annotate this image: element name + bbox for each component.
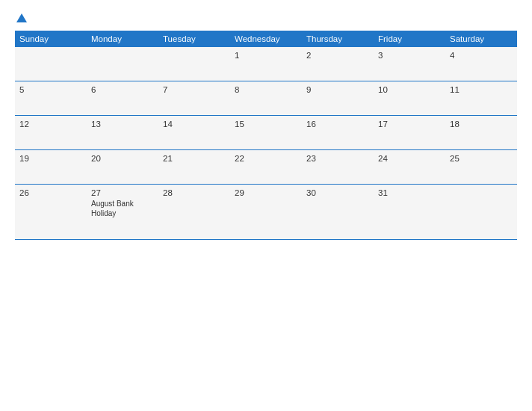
- day-number: 10: [378, 85, 441, 94]
- calendar-cell: 30: [302, 185, 374, 240]
- calendar-cell: 8: [230, 81, 302, 116]
- logo: [15, 13, 27, 23]
- calendar-cell: 22: [230, 150, 302, 185]
- day-number: 31: [378, 188, 441, 197]
- day-number: 27: [91, 188, 154, 197]
- day-number: 13: [91, 120, 154, 129]
- day-number: 29: [235, 188, 297, 197]
- weekday-header-tuesday: Tuesday: [158, 31, 230, 47]
- day-number: 6: [91, 85, 154, 94]
- day-number: 15: [235, 120, 297, 129]
- calendar-cell: 11: [445, 81, 517, 116]
- calendar-page: SundayMondayTuesdayWednesdayThursdayFrid…: [0, 0, 532, 411]
- calendar-cell: 16: [302, 116, 374, 150]
- day-number: 24: [378, 154, 441, 163]
- day-number: 20: [91, 154, 154, 163]
- weekday-header-row: SundayMondayTuesdayWednesdayThursdayFrid…: [15, 31, 517, 47]
- calendar-cell: 9: [302, 81, 374, 116]
- day-number: 14: [163, 120, 226, 129]
- calendar-cell: 1: [230, 47, 302, 81]
- calendar-cell: 29: [230, 185, 302, 240]
- weekday-header-sunday: Sunday: [15, 31, 87, 47]
- calendar-cell: 15: [230, 116, 302, 150]
- calendar-cell: 17: [374, 116, 445, 150]
- calendar-table: SundayMondayTuesdayWednesdayThursdayFrid…: [15, 31, 517, 240]
- weekday-header-thursday: Thursday: [302, 31, 374, 47]
- event-label: August Bank Holiday: [91, 199, 154, 218]
- calendar-cell: 24: [374, 150, 445, 185]
- calendar-cell: 10: [374, 81, 445, 116]
- day-number: 25: [450, 154, 513, 163]
- day-number: 3: [378, 51, 441, 60]
- calendar-cell: 13: [87, 116, 158, 150]
- calendar-week-row: 567891011: [15, 81, 517, 116]
- calendar-cell: 3: [374, 47, 445, 81]
- day-number: 18: [450, 120, 513, 129]
- weekday-header-saturday: Saturday: [445, 31, 517, 47]
- calendar-cell: 6: [87, 81, 158, 116]
- calendar-cell: 18: [445, 116, 517, 150]
- day-number: 4: [450, 51, 513, 60]
- calendar-cell: 19: [15, 150, 87, 185]
- calendar-cell: [158, 47, 230, 81]
- calendar-header: [15, 13, 517, 23]
- day-number: 19: [19, 154, 82, 163]
- calendar-cell: 7: [158, 81, 230, 116]
- day-number: 5: [19, 85, 82, 94]
- calendar-cell: 2: [302, 47, 374, 81]
- calendar-cell: 31: [374, 185, 445, 240]
- day-number: 17: [378, 120, 441, 129]
- calendar-cell: 14: [158, 116, 230, 150]
- day-number: 28: [163, 188, 226, 197]
- calendar-cell: 5: [15, 81, 87, 116]
- day-number: 30: [306, 188, 369, 197]
- day-number: 16: [306, 120, 369, 129]
- weekday-header-friday: Friday: [374, 31, 445, 47]
- logo-triangle-icon: [16, 13, 27, 22]
- calendar-cell: [445, 185, 517, 240]
- day-number: 2: [306, 51, 369, 60]
- calendar-week-row: 19202122232425: [15, 150, 517, 185]
- calendar-cell: 26: [15, 185, 87, 240]
- day-number: 9: [306, 85, 369, 94]
- calendar-cell: 4: [445, 47, 517, 81]
- day-number: 1: [235, 51, 297, 60]
- calendar-week-row: 1234: [15, 47, 517, 81]
- calendar-cell: 23: [302, 150, 374, 185]
- day-number: 12: [19, 120, 82, 129]
- day-number: 26: [19, 188, 82, 197]
- calendar-cell: 25: [445, 150, 517, 185]
- day-number: 23: [306, 154, 369, 163]
- day-number: 8: [235, 85, 297, 94]
- day-number: 11: [450, 85, 513, 94]
- weekday-header-monday: Monday: [87, 31, 158, 47]
- weekday-header-wednesday: Wednesday: [230, 31, 302, 47]
- calendar-week-row: 2627August Bank Holiday28293031: [15, 185, 517, 240]
- day-number: 7: [163, 85, 226, 94]
- calendar-week-row: 12131415161718: [15, 116, 517, 150]
- calendar-cell: [87, 47, 158, 81]
- day-number: 21: [163, 154, 226, 163]
- calendar-cell: 21: [158, 150, 230, 185]
- calendar-cell: 28: [158, 185, 230, 240]
- calendar-cell: 12: [15, 116, 87, 150]
- calendar-cell: 20: [87, 150, 158, 185]
- calendar-cell: [15, 47, 87, 81]
- calendar-cell: 27August Bank Holiday: [87, 185, 158, 240]
- day-number: 22: [235, 154, 297, 163]
